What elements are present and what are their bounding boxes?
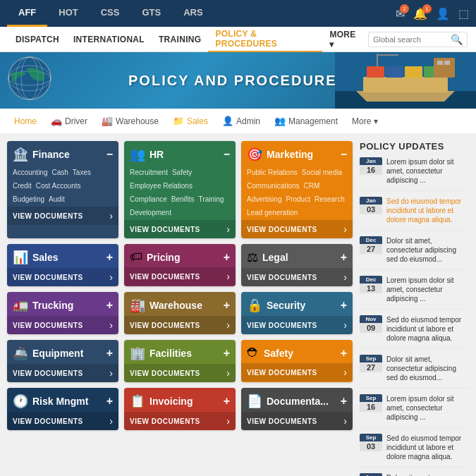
update-text[interactable]: Lorem ipsum dolor sit amet, consectetur … [386, 394, 469, 422]
envelope-icon[interactable]: ✉ 2 [396, 7, 405, 20]
card-legal[interactable]: ⚖ Legal + VIEW DOCUMENTS › [241, 244, 353, 286]
hr-link-development[interactable]: Development [130, 208, 171, 217]
update-text[interactable]: Lorem ipsum dolor sit amet, consectetur … [386, 157, 469, 185]
safety-view-docs[interactable]: VIEW DOCUMENTS [247, 369, 317, 377]
finance-link-audit[interactable]: Audit [49, 195, 65, 204]
facilities-toggle[interactable]: + [224, 348, 230, 359]
facilities-view-docs[interactable]: VIEW DOCUMENTS [130, 370, 200, 377]
finance-link-accounting[interactable]: Accounting [13, 168, 47, 177]
invoicing-toggle[interactable]: + [224, 396, 230, 407]
warehouse-toggle[interactable]: + [224, 300, 230, 311]
top-nav-tab-hot[interactable]: HOT [47, 0, 89, 27]
card-riskmngmt[interactable]: 🕐 Risk Mngmt + VIEW DOCUMENTS › [7, 388, 118, 430]
invoicing-view-docs[interactable]: VIEW DOCUMENTS [130, 417, 200, 425]
finance-link-budgeting[interactable]: Budgeting [13, 195, 44, 204]
search-input[interactable] [373, 35, 451, 44]
card-facilities[interactable]: 🏢 Facilities + VIEW DOCUMENTS › [124, 340, 236, 382]
pricing-view-docs[interactable]: VIEW DOCUMENTS [130, 273, 200, 281]
finance-link-credit[interactable]: Credit [13, 181, 32, 190]
documenta-view-docs[interactable]: VIEW DOCUMENTS [247, 417, 317, 425]
riskmngmt-toggle[interactable]: + [106, 396, 113, 407]
hr-link-employee[interactable]: Employee Relations [130, 181, 193, 190]
marketing-view-docs[interactable]: VIEW DOCUMENTS [247, 226, 317, 233]
update-text[interactable]: Dolor sit amet, consectetur adipiscing s… [386, 236, 469, 264]
hr-link-benifits[interactable]: Benifits [171, 195, 195, 204]
sales-view-docs[interactable]: VIEW DOCUMENTS [13, 274, 83, 281]
card-safety[interactable]: ⛑ Safety + VIEW DOCUMENTS › [241, 340, 353, 382]
top-nav-tab-ars[interactable]: ARS [172, 0, 214, 27]
finance-link-cash[interactable]: Cash [51, 168, 68, 177]
mkt-link-social[interactable]: Social media [302, 168, 342, 177]
top-nav-tab-css[interactable]: CSS [90, 0, 131, 27]
sec-nav-international[interactable]: INTERNATIONAL [66, 27, 152, 52]
bell-icon[interactable]: 🔔 1 [413, 7, 427, 20]
card-trucking[interactable]: 🚛 Trucking + VIEW DOCUMENTS › [7, 292, 118, 334]
cat-nav-sales[interactable]: 📁 Sales [167, 113, 214, 129]
finance-toggle[interactable]: − [106, 149, 113, 160]
card-invoicing[interactable]: 📋 Invoicing + VIEW DOCUMENTS › [124, 388, 236, 430]
sales-toggle[interactable]: + [106, 252, 113, 263]
cat-nav-admin[interactable]: 👤 Admin [216, 113, 266, 129]
hr-view-docs[interactable]: VIEW DOCUMENTS [130, 226, 200, 233]
finance-link-costaccounts[interactable]: Cost Accounts [36, 181, 81, 190]
mkt-link-comms[interactable]: Communications [247, 181, 299, 190]
sec-nav-more[interactable]: MORE ▾ [322, 27, 368, 52]
sec-nav-policy[interactable]: POLICY & PROCEDURES [208, 27, 322, 52]
hr-link-training[interactable]: Training [199, 195, 224, 204]
security-toggle[interactable]: + [341, 300, 347, 311]
mkt-link-advertising[interactable]: Advertising [247, 195, 281, 204]
cat-nav-home[interactable]: Home [8, 114, 42, 129]
documenta-toggle[interactable]: + [341, 396, 347, 407]
trucking-toggle[interactable]: + [106, 300, 113, 311]
sec-nav-dispatch[interactable]: DISPATCH [8, 27, 66, 52]
cat-nav-more[interactable]: More ▾ [346, 114, 384, 129]
warehouse-view-docs[interactable]: VIEW DOCUMENTS [130, 322, 200, 329]
trucking-view-docs[interactable]: VIEW DOCUMENTS [13, 322, 83, 329]
mkt-link-product[interactable]: Product [286, 195, 310, 204]
card-warehouse[interactable]: 🏭 Warehouse + VIEW DOCUMENTS › [124, 292, 236, 334]
pricing-toggle[interactable]: + [224, 252, 230, 263]
security-view-docs[interactable]: VIEW DOCUMENTS [247, 322, 317, 329]
hr-link-compliance[interactable]: Compliance [130, 195, 167, 204]
top-nav-tab-aff[interactable]: AFF [7, 0, 47, 27]
legal-view-docs[interactable]: VIEW DOCUMENTS [247, 274, 317, 281]
update-text[interactable]: Lorem ipsum dolor sit amet, consectetur … [386, 276, 469, 303]
cat-nav-driver[interactable]: 🚗 Driver [45, 113, 93, 129]
mkt-link-pr[interactable]: Public Relations [247, 168, 298, 177]
equipment-view-docs[interactable]: VIEW DOCUMENTS [13, 370, 83, 377]
card-hr[interactable]: 👥 HR − Recruitment Safety Employee Relat… [124, 141, 236, 238]
card-documenta[interactable]: 📄 Documenta... + VIEW DOCUMENTS › [241, 388, 353, 430]
search-icon[interactable]: 🔍 [451, 34, 463, 45]
update-text[interactable]: Dolor sit amet, consectetur adipiscing s… [386, 473, 469, 476]
finance-view-docs[interactable]: VIEW DOCUMENTS [13, 212, 83, 220]
mkt-link-leadgen[interactable]: Lead generation [247, 208, 298, 217]
hr-link-recruitment[interactable]: Recruitment [130, 168, 168, 177]
mkt-link-crm[interactable]: CRM [303, 181, 319, 190]
signout-icon[interactable]: ⬚ [458, 7, 469, 20]
top-nav-tab-gts[interactable]: GTS [130, 0, 172, 27]
sec-nav-training[interactable]: TRAINING [152, 27, 208, 52]
marketing-toggle[interactable]: − [341, 149, 347, 160]
update-date: Jan 16 [360, 157, 382, 185]
cat-nav-management[interactable]: 👥 Management [269, 113, 343, 129]
cat-nav-warehouse[interactable]: 🏭 Warehouse [96, 113, 164, 129]
update-text[interactable]: Sed do eiusmod tempor incididunt ut labo… [386, 197, 469, 224]
card-security[interactable]: 🔒 Security + VIEW DOCUMENTS › [241, 292, 353, 334]
update-text[interactable]: Dolor sit amet, consectetur adipiscing s… [386, 355, 469, 382]
user-icon[interactable]: 👤 [436, 7, 450, 20]
update-text[interactable]: Sed do eiusmod tempor incididunt ut labo… [386, 434, 469, 461]
card-marketing[interactable]: 🎯 Marketing − Public Relations Social me… [241, 141, 353, 238]
mkt-link-research[interactable]: Research [315, 195, 345, 204]
card-pricing[interactable]: 🏷 Pricing + VIEW DOCUMENTS › [124, 244, 236, 286]
hr-link-safety[interactable]: Safety [172, 168, 192, 177]
finance-link-taxes[interactable]: Taxes [73, 168, 91, 177]
riskmngmt-view-docs[interactable]: VIEW DOCUMENTS [13, 417, 83, 425]
equipment-toggle[interactable]: + [106, 348, 113, 359]
card-equipment[interactable]: 🚢 Equipment + VIEW DOCUMENTS › [7, 340, 118, 382]
hr-toggle[interactable]: − [224, 149, 230, 160]
safety-toggle[interactable]: + [341, 348, 347, 359]
card-finance[interactable]: 🏦 Finance − Accounting Cash Taxes Credit… [7, 141, 118, 238]
update-text[interactable]: Sed do eiusmod tempor incididunt ut labo… [386, 315, 469, 343]
card-sales[interactable]: 📊 Sales + VIEW DOCUMENTS › [7, 244, 118, 286]
legal-toggle[interactable]: + [341, 252, 347, 263]
